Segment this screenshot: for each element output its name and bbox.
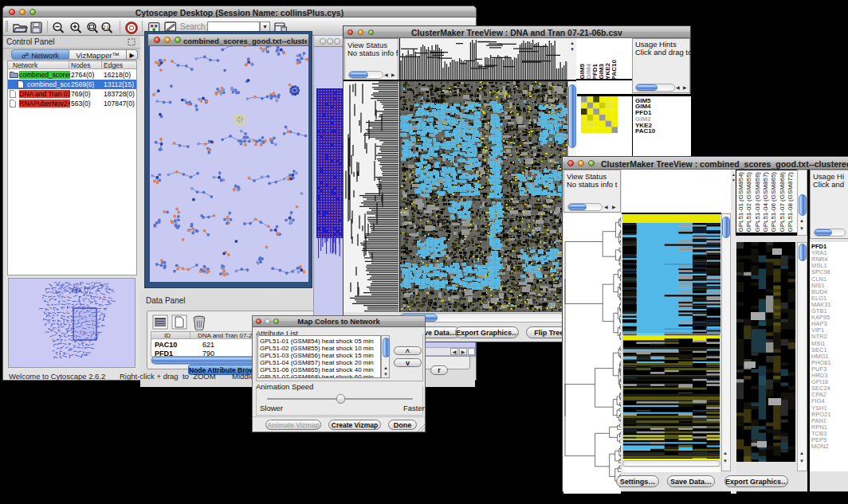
svg-text:1:1: 1:1 (104, 25, 109, 29)
